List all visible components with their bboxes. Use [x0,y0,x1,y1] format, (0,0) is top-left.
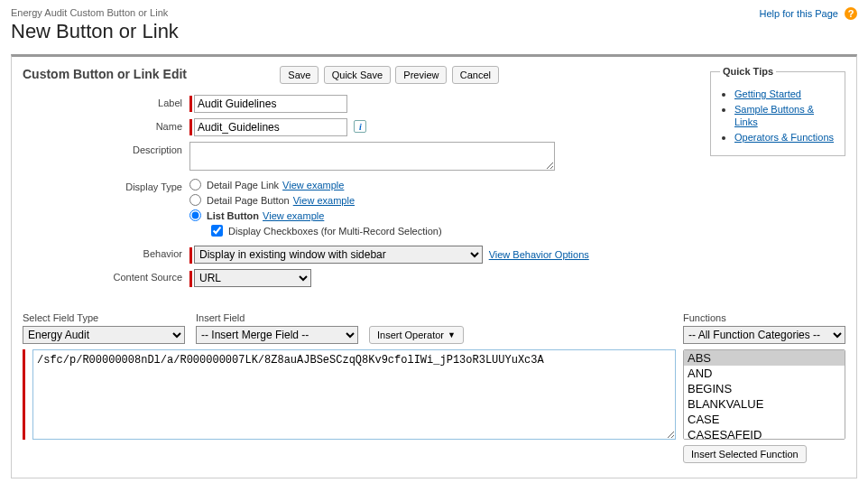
display-type-option: List Button [207,210,259,221]
quick-save-button[interactable]: Quick Save [324,66,391,84]
display-type-option: Detail Page Button [207,195,290,206]
function-category-select[interactable]: -- All Function Categories -- [683,326,845,344]
chevron-down-icon: ▼ [448,330,456,339]
quick-tip-link[interactable]: Operators & Functions [734,132,834,143]
display-type-radio-button[interactable] [189,194,201,206]
insert-selected-function-button[interactable]: Insert Selected Function [683,445,807,463]
quick-tips-box: Quick Tips Getting Started Sample Button… [710,66,845,156]
display-type-radio-link[interactable] [189,179,201,190]
function-option[interactable]: BLANKVALUE [684,396,845,412]
view-example-link[interactable]: View example [282,180,344,190]
save-button[interactable]: Save [280,66,319,84]
display-type-label: Display Type [23,179,189,192]
quick-tips-legend: Quick Tips [720,66,776,77]
info-icon[interactable]: i [354,120,366,133]
cancel-button[interactable]: Cancel [452,66,499,84]
behavior-select[interactable]: Display in existing window with sidebar [194,246,483,264]
preview-button[interactable]: Preview [395,66,447,84]
name-input[interactable] [194,118,347,136]
description-label: Description [23,142,189,155]
content-source-select[interactable]: URL [194,269,311,287]
required-bar [189,119,192,135]
function-option[interactable]: CASE [684,412,845,427]
url-editor[interactable] [32,349,676,440]
required-bar [189,247,192,264]
label-label: Label [23,95,189,108]
help-icon[interactable]: ? [845,7,857,20]
name-label: Name [23,118,189,132]
label-input[interactable] [194,95,347,113]
insert-operator-label: Insert Operator [377,330,444,340]
display-type-option: Detail Page Link [207,180,279,190]
breadcrumb: Energy Audit Custom Button or Link [11,7,857,18]
functions-label: Functions [683,312,845,323]
display-type-radio-list[interactable] [189,209,201,221]
view-example-link[interactable]: View example [293,195,355,206]
function-option[interactable]: AND [684,366,845,381]
view-behavior-options-link[interactable]: View Behavior Options [489,249,589,260]
required-bar [189,96,192,112]
function-option[interactable]: CASESAFEID [684,427,845,440]
insert-field-select[interactable]: -- Insert Merge Field -- [196,326,358,344]
insert-operator-button[interactable]: Insert Operator ▼ [369,326,464,344]
view-example-link[interactable]: View example [263,210,324,221]
help-for-page-link[interactable]: Help for this Page [760,8,838,19]
required-bar [23,349,25,440]
section-title: Custom Button or Link Edit [23,67,187,81]
display-checkboxes-label: Display Checkboxes (for Multi-Record Sel… [228,226,442,237]
content-source-label: Content Source [23,269,189,283]
function-option[interactable]: ABS [684,350,845,366]
required-bar [189,271,192,287]
select-field-type[interactable]: Energy Audit [23,326,185,344]
functions-list[interactable]: ABS AND BEGINS BLANKVALUE CASE CASESAFEI… [683,349,845,440]
description-input[interactable] [189,142,555,171]
select-field-type-label: Select Field Type [23,312,185,323]
quick-tip-link[interactable]: Getting Started [734,88,801,99]
page-title: New Button or Link [11,20,857,43]
quick-tip-link[interactable]: Sample Buttons & Links [734,104,814,127]
behavior-label: Behavior [23,246,189,259]
insert-field-label: Insert Field [196,312,358,323]
display-checkboxes-checkbox[interactable] [211,225,223,237]
function-option[interactable]: BEGINS [684,381,845,396]
